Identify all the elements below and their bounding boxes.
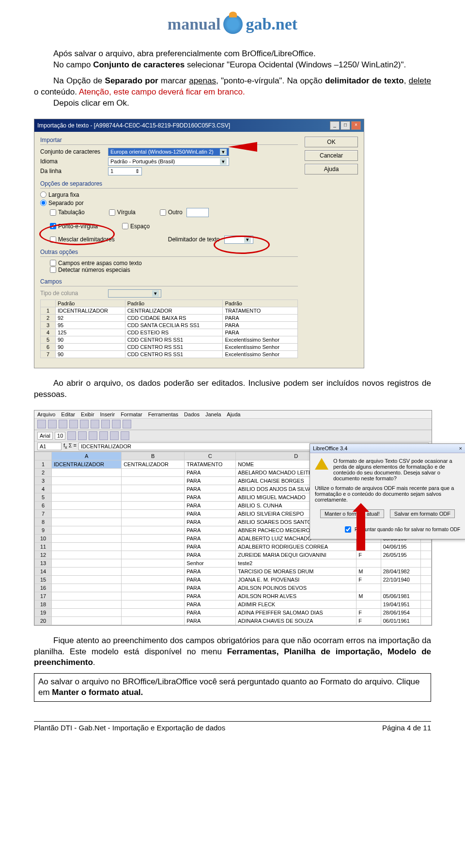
separated-by-radio[interactable]: Separado por — [40, 200, 288, 206]
align-right-icon[interactable] — [121, 431, 129, 440]
italic-icon[interactable] — [78, 431, 87, 440]
close-icon[interactable]: × — [459, 445, 462, 451]
preview-table: PadrãoPadrãoPadrão1IDCENTRALIZADORCENTRA… — [40, 300, 298, 358]
fields-section-label: Campos — [40, 278, 298, 286]
spinner-arrows-icon: ⇕ — [135, 168, 140, 174]
separator-section-label: Opções de separadores — [40, 180, 298, 189]
menu-item[interactable]: Janela — [205, 411, 221, 417]
chevron-down-icon: ▾ — [220, 158, 227, 165]
page-header: manual gab.net — [34, 0, 431, 44]
ask-again-checkbox[interactable]: Perguntar quando não for salvar no forma… — [315, 525, 460, 534]
footer-right: Página 4 de 11 — [382, 724, 431, 732]
detect-numbers-checkbox[interactable]: Detectar números especiais — [50, 267, 288, 273]
underline-icon[interactable] — [89, 431, 97, 440]
other-input[interactable] — [186, 208, 209, 217]
chevron-down-icon: ▾ — [220, 149, 227, 155]
footer-left: Plantão DTI - Gab.Net - Importação e Exp… — [34, 724, 225, 732]
warning-icon — [315, 458, 328, 470]
tab-checkbox[interactable]: Tabulação — [50, 208, 85, 217]
charset-label: Conjunto de caracteres — [40, 148, 108, 155]
new-icon[interactable] — [37, 420, 46, 428]
paste-icon[interactable] — [101, 420, 110, 428]
column-type-label: Tipo de coluna — [40, 290, 108, 297]
logo-icon — [223, 15, 243, 34]
charset-combo[interactable]: Europa oriental (Windows-1250/WinLatin 2… — [108, 148, 229, 156]
quoted-text-checkbox[interactable]: Campos entre aspas como texto — [50, 260, 288, 267]
align-left-icon[interactable] — [99, 431, 108, 440]
menu-item[interactable]: Inserir — [100, 411, 115, 417]
copy-icon[interactable] — [91, 420, 99, 428]
save-format-dialog: LibreOffice 3.4 × O formato de arquivo T… — [310, 443, 465, 539]
menu-item[interactable]: Arquivo — [37, 411, 55, 417]
menu-item[interactable]: Ajuda — [227, 411, 240, 417]
note-box: Ao salvar o arquivo no BROffice/LibraOff… — [34, 673, 431, 701]
menu-item[interactable]: Exibir — [81, 411, 94, 417]
save-odf-button[interactable]: Salvar em formato ODF — [390, 509, 455, 518]
other-checkbox[interactable]: Outro — [160, 208, 209, 217]
language-label: Idioma — [40, 158, 108, 165]
fontsize-selector[interactable]: 10 — [55, 432, 65, 440]
calc-menubar[interactable]: ArquivoEditarExibirInserirFormatarFerram… — [34, 410, 432, 418]
align-center-icon[interactable] — [110, 431, 119, 440]
calc-toolbar-standard[interactable] — [34, 418, 432, 430]
print-icon[interactable] — [69, 420, 78, 428]
annotation-oval-textdelim — [214, 236, 270, 254]
dialog-titlebar: Importação de texto - [A99874A4-CE0C-4C1… — [34, 119, 364, 132]
cut-icon[interactable] — [80, 420, 89, 428]
paragraph-3: Ao abrir o arquivo, os dados poderão ser… — [34, 378, 431, 400]
fromline-spinner[interactable]: 1⇕ — [108, 167, 142, 175]
logo-manual-text: manual — [168, 15, 221, 33]
undo-icon[interactable] — [112, 420, 121, 428]
minimize-icon[interactable]: _ — [330, 121, 340, 130]
menu-item[interactable]: Dados — [184, 411, 200, 417]
comma-checkbox[interactable]: Vírgula — [109, 208, 136, 217]
svg-marker-0 — [228, 142, 257, 152]
font-selector[interactable]: Arial — [37, 432, 53, 440]
paragraph-2: Na Opção de Separado por marcar apenas, … — [34, 76, 431, 109]
fromline-label: Da linha — [40, 168, 108, 174]
dialog-title-text: Importação de texto - [A99874A4-CE0C-4C1… — [37, 122, 230, 129]
text-delimiter-label: Delimitador de texto — [168, 236, 220, 243]
calc-window: ArquivoEditarExibirInserirFormatarFerram… — [34, 410, 432, 626]
paragraph-1: Após salvar o arquivo, abra preferencial… — [34, 48, 431, 71]
column-type-combo[interactable]: ▾ — [108, 289, 161, 298]
redo-icon[interactable] — [123, 420, 131, 428]
ok-button[interactable]: OK — [305, 137, 358, 147]
msgbox-titlebar: LibreOffice 3.4 × — [310, 444, 465, 453]
msgbox-text-2: Utilize o formato de arquivos ODF mais r… — [315, 485, 460, 503]
calc-toolbar-format[interactable]: Arial 10 — [34, 430, 432, 442]
keep-format-button[interactable]: Manter o formato atual! — [320, 509, 384, 518]
maximize-icon[interactable]: □ — [341, 121, 350, 130]
close-icon[interactable]: × — [351, 121, 361, 130]
annotation-oval-semicolon — [39, 223, 115, 245]
menu-item[interactable]: Ferramentas — [148, 411, 178, 417]
menu-item[interactable]: Editar — [61, 411, 75, 417]
text-import-dialog: Importação de texto - [A99874A4-CE0C-4C1… — [34, 119, 364, 368]
annotation-arrow-icon — [228, 140, 267, 154]
bold-icon[interactable] — [67, 431, 76, 440]
space-checkbox[interactable]: Espaço — [122, 223, 150, 230]
paragraph-4: Fique atento ao preenchimento dos campos… — [34, 635, 431, 669]
open-icon[interactable] — [48, 420, 57, 428]
cancel-button[interactable]: Cancelar — [305, 150, 358, 161]
language-combo[interactable]: Padrão - Português (Brasil)▾ — [108, 158, 229, 166]
fx-icon[interactable]: fx Σ = — [63, 442, 77, 450]
fixed-width-radio[interactable]: Largura fixa — [40, 191, 288, 198]
msgbox-text-1: O formato de arquivo Texto CSV pode ocas… — [333, 458, 460, 481]
menu-item[interactable]: Formatar — [121, 411, 142, 417]
cell-reference-box[interactable]: A1 — [37, 442, 62, 450]
logo-brand-text: gab.net — [246, 15, 297, 33]
annotation-arrow-up-icon — [356, 510, 365, 551]
help-button[interactable]: Ajuda — [305, 164, 358, 174]
save-icon[interactable] — [59, 420, 67, 428]
page-footer: Plantão DTI - Gab.Net - Importação e Exp… — [34, 721, 431, 742]
chevron-down-icon: ▾ — [152, 290, 159, 297]
